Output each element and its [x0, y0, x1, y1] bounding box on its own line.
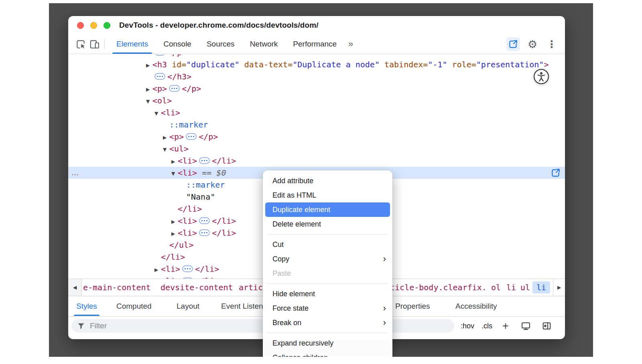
code-segment-val: "Duplicate a node" — [293, 60, 380, 69]
menu-item-hide-element[interactable]: Hide element — [263, 287, 392, 301]
new-style-rule-button[interactable]: + — [502, 320, 509, 332]
menu-item-delete-element[interactable]: Delete element — [263, 217, 392, 231]
menu-item-add-attribute[interactable]: Add attribute — [263, 174, 392, 188]
inline-expand-icon[interactable] — [154, 73, 165, 80]
inline-expand-icon[interactable] — [199, 229, 210, 236]
code-segment-attr: role= — [447, 60, 476, 69]
rendering-monitor-icon[interactable] — [521, 321, 531, 331]
collapsed-arrow-icon[interactable]: ▶ — [171, 228, 178, 240]
tree-row[interactable]: ▼<li> — [68, 107, 565, 119]
expanded-arrow-icon[interactable]: ▼ — [154, 107, 161, 119]
menu-item-paste: Paste — [263, 266, 392, 281]
inline-expand-icon[interactable] — [186, 133, 197, 140]
breadcrumb-item-e-main-content[interactable]: e-main-content — [83, 283, 151, 292]
zoom-window-button[interactable] — [104, 22, 110, 29]
menu-item-label: Collapse children — [272, 354, 328, 357]
menu-item-label: Break on — [272, 319, 301, 327]
window-title: DevTools - developer.chrome.com/docs/dev… — [119, 21, 319, 30]
tab-network[interactable]: Network — [242, 34, 286, 54]
menu-item-duplicate-element[interactable]: Duplicate element — [265, 202, 390, 217]
code-segment-tag: </p> — [182, 84, 201, 93]
collapsed-arrow-icon[interactable]: ▶ — [171, 156, 178, 168]
collapsed-arrow-icon[interactable]: ▶ — [146, 59, 152, 71]
menu-item-cut[interactable]: Cut — [263, 237, 392, 252]
collapsed-arrow-icon[interactable]: ▶ — [154, 276, 161, 279]
tab-sources[interactable]: Sources — [199, 34, 242, 54]
tree-row[interactable]: ▶<p></p> — [68, 131, 565, 143]
dock-sidebar-icon[interactable] — [542, 321, 552, 331]
tree-row[interactable]: ▼<ol> — [68, 95, 565, 107]
screenshot-backdrop: DevTools - developer.chrome.com/docs/dev… — [49, 3, 593, 357]
hover-state-button[interactable]: :hov — [461, 322, 474, 330]
tab-performance[interactable]: Performance — [285, 34, 344, 54]
menu-item-collapse-children[interactable]: Collapse children — [263, 350, 392, 357]
inline-expand-icon[interactable] — [154, 55, 165, 56]
menu-item-label: Expand recursively — [272, 339, 333, 347]
minimize-window-button[interactable] — [90, 22, 97, 29]
more-tabs-icon[interactable]: » — [344, 39, 356, 49]
inline-expand-icon[interactable] — [199, 157, 210, 164]
toolbar-tabs: ElementsConsoleSourcesNetworkPerformance — [109, 34, 344, 54]
accessibility-person-icon[interactable] — [533, 68, 550, 85]
collapsed-arrow-icon[interactable]: ▶ — [163, 131, 169, 144]
inspect-cursor-icon[interactable] — [74, 37, 87, 51]
tab-console[interactable]: Console — [156, 34, 199, 54]
breadcrumb-item-li[interactable]: li — [506, 283, 516, 292]
context-menu: Add attributeEdit as HTMLDuplicate eleme… — [263, 170, 392, 357]
menu-item-label: Cut — [272, 241, 284, 249]
tab-elements[interactable]: Elements — [109, 34, 156, 54]
settings-gear-icon[interactable]: ⚙ — [526, 37, 539, 51]
menu-item-label: Edit as HTML — [272, 191, 316, 199]
device-toolbar-icon[interactable] — [87, 37, 101, 51]
crumb-scroll-right-icon[interactable]: ▶ — [553, 279, 565, 296]
menu-item-label: Duplicate element — [272, 206, 330, 214]
collapsed-arrow-icon[interactable]: ▶ — [146, 83, 152, 95]
tree-row[interactable]: ▶<p></p> — [68, 83, 565, 95]
panel-tab-properties[interactable]: Properties — [395, 302, 430, 311]
expanded-arrow-icon[interactable]: ▼ — [171, 168, 178, 180]
panel-tab-accessibility[interactable]: Accessibility — [455, 302, 497, 311]
panel-tab-layout[interactable]: Layout — [177, 302, 199, 311]
collapsed-arrow-icon[interactable]: ▶ — [171, 216, 178, 228]
tree-row[interactable]: ▼<ul> — [68, 143, 565, 155]
menu-item-expand-recursively[interactable]: Expand recursively — [263, 336, 392, 350]
close-window-button[interactable] — [77, 22, 84, 29]
tree-row[interactable]: </h3> — [68, 71, 565, 83]
menu-item-break-on[interactable]: Break on› — [263, 315, 392, 330]
breadcrumb-item-li[interactable]: li — [532, 281, 550, 293]
scroll-into-view-icon[interactable] — [551, 168, 561, 178]
tree-row[interactable]: ▶<h3 id="duplicate" data-text="Duplicate… — [68, 59, 565, 71]
hidden-ancestors-icon[interactable]: … — [71, 167, 79, 179]
tree-row[interactable]: ::marker — [68, 119, 565, 131]
class-toggle-button[interactable]: .cls — [482, 322, 492, 330]
inline-expand-icon[interactable] — [169, 85, 180, 92]
breadcrumb-item-rticle-body-clearfix[interactable]: rticle-body.clearfix. — [385, 283, 487, 292]
breadcrumb-item-devsite-content[interactable]: devsite-content — [160, 283, 233, 292]
crumb-scroll-left-icon[interactable]: ◀ — [68, 279, 82, 296]
menu-item-force-state[interactable]: Force state› — [263, 301, 392, 315]
tree-row[interactable]: ▶<li></li> — [68, 155, 565, 167]
kebab-menu-icon[interactable]: ⋮ — [545, 37, 559, 51]
panel-tab-computed[interactable]: Computed — [116, 302, 152, 311]
collapsed-arrow-icon[interactable]: ▶ — [154, 264, 161, 276]
code-segment-tag: <li> — [178, 168, 197, 178]
code-segment-val: "-1" — [428, 60, 447, 69]
reveal-node-icon[interactable] — [506, 37, 520, 51]
expanded-arrow-icon[interactable]: ▼ — [146, 95, 152, 107]
breadcrumb-item-ol[interactable]: ol — [491, 283, 501, 292]
panel-tab-styles[interactable]: Styles — [76, 302, 97, 311]
code-segment-tag: </li> — [195, 264, 219, 274]
tree-row[interactable]: </p> — [68, 55, 565, 59]
menu-item-copy[interactable]: Copy› — [263, 252, 392, 266]
menu-item-edit-as-html[interactable]: Edit as HTML — [263, 188, 392, 202]
inline-expand-icon[interactable] — [199, 217, 210, 224]
filter-funnel-icon — [77, 322, 85, 330]
submenu-chevron-icon: › — [383, 315, 386, 330]
inline-expand-icon[interactable] — [182, 265, 193, 272]
code-segment-tag: <li> — [178, 156, 197, 166]
expanded-arrow-icon[interactable]: ▼ — [163, 144, 169, 156]
breadcrumb-item-ul[interactable]: ul — [520, 283, 530, 292]
code-segment-tag: </li> — [161, 252, 185, 262]
code-segment-tag: </h3> — [167, 72, 191, 81]
toolbar-divider — [104, 39, 105, 49]
